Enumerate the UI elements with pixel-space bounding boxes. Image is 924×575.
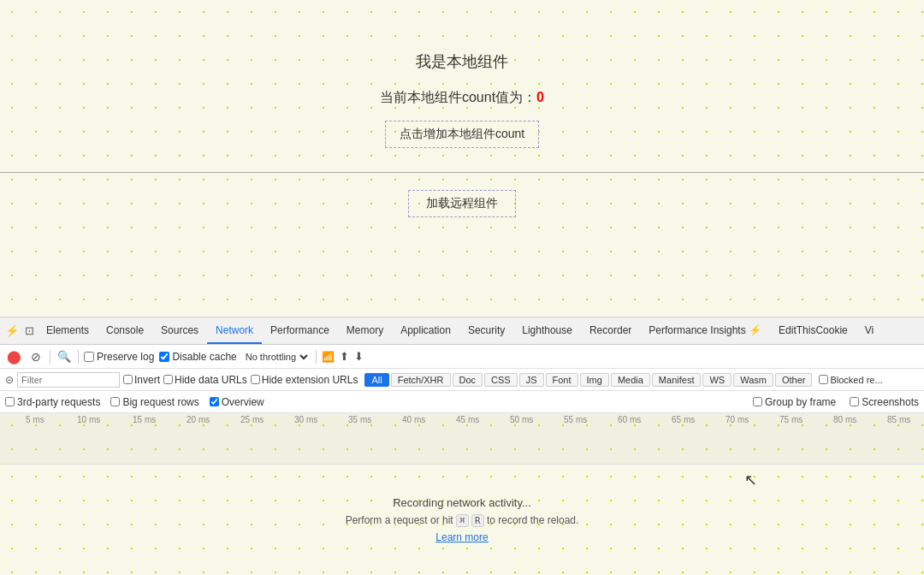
load-remote-button[interactable]: 加载远程组件 — [408, 190, 516, 217]
tab-lighthouse[interactable]: Lighthouse — [513, 317, 581, 344]
filter-icon[interactable]: ⊝ — [5, 374, 14, 386]
filter-type-buttons: All Fetch/XHR Doc CSS JS Font Img Media … — [364, 373, 812, 387]
filter-btn-js[interactable]: JS — [519, 373, 544, 387]
count-display: 当前本地组件count值为：0 — [380, 89, 544, 107]
hide-extension-urls-text: Hide extension URLs — [262, 374, 358, 386]
screenshots-text: Screenshots — [862, 396, 919, 408]
filter-btn-wasm[interactable]: Wasm — [733, 373, 773, 387]
third-party-checkbox[interactable] — [5, 397, 15, 406]
hide-data-urls-checkbox[interactable] — [163, 375, 173, 384]
tab-security[interactable]: Security — [459, 317, 513, 344]
hint-text: Perform a request or hit — [346, 514, 453, 526]
overview-text: Overview — [222, 396, 264, 408]
section-divider — [0, 172, 924, 173]
hide-data-urls-text: Hide data URLs — [175, 374, 247, 386]
tab-perf-insights[interactable]: Performance Insights ⚡ — [640, 317, 770, 344]
recording-text: Recording network activity... — [393, 496, 531, 509]
blocked-label[interactable]: Blocked re... — [819, 375, 882, 385]
search-button[interactable]: 🔍 — [56, 348, 73, 365]
group-by-frame-label[interactable]: Group by frame — [753, 396, 836, 408]
tab-sources[interactable]: Sources — [152, 317, 207, 344]
devtools-icon1[interactable]: ⚡ — [3, 323, 21, 340]
tab-application[interactable]: Application — [392, 317, 459, 344]
tab-memory[interactable]: Memory — [338, 317, 392, 344]
filter-btn-css[interactable]: CSS — [484, 373, 518, 387]
screenshots-checkbox[interactable] — [850, 397, 859, 406]
tick-70ms: 70 ms — [726, 415, 749, 424]
download-icon[interactable]: ⬇ — [354, 350, 364, 363]
upload-icon[interactable]: ⬆ — [340, 350, 349, 363]
learn-more-link[interactable]: Learn more — [435, 531, 488, 543]
hide-extension-urls-label[interactable]: Hide extension URLs — [251, 374, 358, 386]
tick-15ms: 15 ms — [133, 415, 156, 424]
shortcut-key: ⌘ — [456, 514, 469, 527]
filter-btn-font[interactable]: Font — [546, 373, 578, 387]
main-content: 我是本地组件 当前本地组件count值为：0 点击增加本地组件count 加载远… — [0, 0, 924, 317]
devtools-timeline: 5 ms 10 ms 15 ms 20 ms 25 ms 30 ms 35 ms… — [0, 413, 924, 465]
shortcut-r: R — [471, 514, 484, 527]
throttle-select[interactable]: No throttling — [242, 351, 311, 363]
increment-button[interactable]: 点击增加本地组件count — [385, 121, 539, 148]
third-party-label[interactable]: 3rd-party requests — [5, 396, 100, 408]
clear-button[interactable]: ⊘ — [27, 348, 44, 365]
big-rows-text: Big request rows — [122, 396, 198, 408]
filter-input[interactable] — [17, 372, 120, 388]
filter-btn-img[interactable]: Img — [580, 373, 609, 387]
big-rows-label[interactable]: Big request rows — [110, 396, 198, 408]
filter-btn-other[interactable]: Other — [775, 373, 813, 387]
group-by-frame-checkbox[interactable] — [753, 397, 762, 406]
tab-network[interactable]: Network — [207, 317, 262, 344]
devtools-options-row: 3rd-party requests Big request rows Over… — [0, 391, 924, 413]
invert-checkbox[interactable] — [123, 375, 133, 384]
tick-45ms: 45 ms — [456, 415, 479, 424]
overview-checkbox[interactable] — [210, 397, 219, 406]
group-by-frame-text: Group by frame — [765, 396, 836, 408]
tab-editthiscookie[interactable]: EditThisCookie — [770, 317, 856, 344]
tick-40ms: 40 ms — [402, 415, 425, 424]
big-rows-checkbox[interactable] — [110, 397, 120, 406]
preserve-log-label[interactable]: Preserve log — [84, 351, 154, 363]
filter-btn-doc[interactable]: Doc — [453, 373, 483, 387]
overview-label[interactable]: Overview — [210, 396, 264, 408]
filter-btn-all[interactable]: All — [364, 373, 388, 387]
blocked-text: Blocked re... — [830, 375, 882, 385]
local-component-title: 我是本地组件 — [416, 51, 508, 72]
devtools-icon2[interactable]: ⊡ — [21, 323, 38, 340]
options-right: Group by frame Screenshots — [753, 396, 919, 408]
disable-cache-text: Disable cache — [172, 351, 236, 363]
devtools-tabs: ⚡ ⊡ Elements Console Sources Network Per… — [0, 317, 924, 345]
tick-20ms: 20 ms — [187, 415, 210, 424]
filter-btn-fetch-xhr[interactable]: Fetch/XHR — [391, 373, 451, 387]
hide-extension-urls-checkbox[interactable] — [251, 375, 260, 384]
tick-75ms: 75 ms — [779, 415, 803, 424]
tick-10ms: 10 ms — [77, 415, 100, 424]
count-value: 0 — [536, 90, 544, 104]
filter-btn-media[interactable]: Media — [611, 373, 650, 387]
tick-55ms: 55 ms — [564, 415, 587, 424]
devtools-panel: ⚡ ⊡ Elements Console Sources Network Per… — [0, 317, 924, 575]
filter-btn-ws[interactable]: WS — [702, 373, 732, 387]
toolbar-separator-2 — [78, 350, 79, 364]
tab-performance[interactable]: Performance — [262, 317, 338, 344]
tab-vi[interactable]: Vi — [856, 317, 882, 344]
screenshots-label[interactable]: Screenshots — [850, 396, 919, 408]
invert-label[interactable]: Invert — [123, 374, 160, 386]
tab-elements[interactable]: Elements — [38, 317, 98, 344]
blocked-checkbox[interactable] — [819, 375, 828, 384]
toolbar-separator-3 — [316, 350, 317, 364]
tab-recorder[interactable]: Recorder — [581, 317, 640, 344]
disable-cache-label[interactable]: Disable cache — [159, 351, 236, 363]
preserve-log-checkbox[interactable] — [84, 352, 94, 362]
disable-cache-checkbox[interactable] — [159, 352, 169, 362]
wifi-icon[interactable]: 📶 — [322, 351, 335, 363]
devtools-recording: Recording network activity... Perform a … — [0, 465, 924, 575]
tick-50ms: 50 ms — [510, 415, 533, 424]
tick-35ms: 35 ms — [348, 415, 371, 424]
tab-console[interactable]: Console — [98, 317, 152, 344]
filter-btn-manifest[interactable]: Manifest — [652, 373, 702, 387]
record-button[interactable]: ⬤ — [5, 348, 22, 365]
hide-data-urls-label[interactable]: Hide data URLs — [163, 374, 247, 386]
devtools-toolbar: ⬤ ⊘ 🔍 Preserve log Disable cache No thro… — [0, 345, 924, 369]
toolbar-separator-1 — [50, 350, 50, 364]
preserve-log-text: Preserve log — [97, 351, 154, 363]
